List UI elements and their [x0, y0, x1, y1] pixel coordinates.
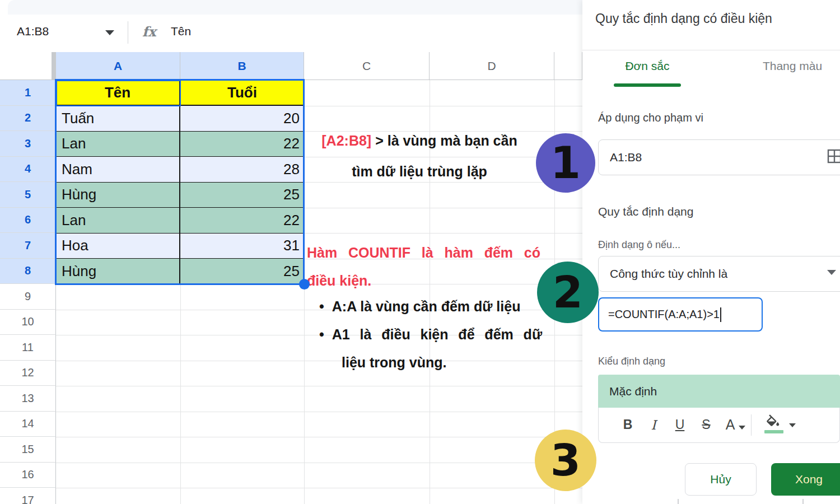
cropped-element-edge: [802, 499, 804, 504]
cell-B5[interactable]: 25: [180, 183, 304, 208]
row-header-10[interactable]: 10: [0, 310, 56, 335]
cell-A7[interactable]: Hoa: [56, 234, 180, 259]
cell-A3[interactable]: Lan: [56, 132, 180, 157]
cell-B7[interactable]: 31: [180, 234, 304, 259]
gridline-horizontal: [56, 463, 582, 463]
cell-A8[interactable]: Hùng: [56, 259, 180, 284]
row-header-16[interactable]: 16: [0, 463, 56, 488]
row-header-2[interactable]: 2: [0, 106, 56, 132]
annotation-step1: [A2:B8] > là vùng mà bạn cần tìm dữ liệu…: [305, 132, 534, 180]
gridline-horizontal: [56, 437, 582, 437]
row-header-17[interactable]: 17: [0, 488, 56, 504]
sheet-top-strip: [8, 0, 582, 15]
step-badge-2: 2: [537, 262, 599, 323]
select-range-icon[interactable]: [827, 149, 840, 164]
toolbar-divider: [751, 414, 752, 436]
cell-A6[interactable]: Lan: [56, 208, 180, 234]
fill-color-swatch: [764, 430, 783, 433]
fill-color-icon[interactable]: [764, 413, 781, 430]
row-header-8[interactable]: 8: [0, 259, 56, 284]
step-badge-3: 3: [535, 430, 596, 491]
name-box[interactable]: A1:B8: [17, 25, 49, 38]
tab-color-scale[interactable]: Thang màu: [748, 59, 837, 73]
strikethrough-button[interactable]: S: [697, 408, 716, 442]
format-toolbar: B I U S A: [598, 408, 840, 443]
row-header-14[interactable]: 14: [0, 412, 56, 437]
annotation-bullet1: •A:A là vùng cần đếm dữ liệu: [319, 298, 542, 315]
row-header-7[interactable]: 7: [0, 233, 56, 259]
corner-drag-strip: [52, 52, 56, 80]
done-button[interactable]: Xong: [771, 463, 840, 496]
row-header-3[interactable]: 3: [0, 131, 56, 157]
row-header-11[interactable]: 11: [0, 335, 56, 361]
annotation-bullet2-line1: •A1 là điều kiện để đếm dữ: [319, 326, 542, 343]
gridline-horizontal: [56, 386, 582, 386]
text-cursor: [720, 307, 721, 322]
cell-A5[interactable]: Hùng: [56, 183, 180, 208]
text-color-button[interactable]: A: [721, 408, 740, 442]
fill-handle[interactable]: [299, 279, 310, 290]
column-header-B[interactable]: B: [180, 52, 304, 80]
cell-B6[interactable]: 22: [180, 208, 304, 234]
underline-button[interactable]: U: [670, 408, 689, 442]
column-header-partial[interactable]: [554, 52, 582, 80]
row-header-5[interactable]: 5: [0, 182, 56, 208]
style-preview: Mặc định: [598, 375, 840, 408]
bullet-icon: •: [319, 326, 324, 343]
cell-B2[interactable]: 20: [180, 106, 304, 132]
annotation-bullet2-line2: liệu trong vùng.: [342, 354, 564, 371]
column-header-A[interactable]: A: [56, 52, 180, 80]
column-header-D[interactable]: D: [430, 52, 554, 80]
cell-B3[interactable]: 22: [180, 132, 304, 157]
row-header-1[interactable]: 1: [0, 80, 56, 106]
annotation-step1-line1: [A2:B8] > là vùng mà bạn cần: [305, 132, 534, 149]
style-label: Kiểu định dạng: [598, 356, 665, 367]
panel-title: Quy tắc định dạng có điều kiện: [595, 11, 772, 26]
cell-A1[interactable]: Tên: [56, 80, 180, 106]
gridline-vertical: [304, 80, 305, 504]
gridline-horizontal: [56, 488, 582, 488]
row-header-9[interactable]: 9: [0, 284, 56, 310]
panel-divider: [582, 50, 840, 50]
column-header-C[interactable]: C: [304, 52, 430, 80]
cropped-element-edge: [678, 499, 679, 504]
name-box-dropdown-icon[interactable]: [105, 30, 114, 35]
formula-input[interactable]: =COUNTIF(A:A;A1)>1: [598, 297, 763, 332]
tab-single-color[interactable]: Đơn sắc: [610, 59, 684, 73]
cell-B4[interactable]: 28: [180, 157, 304, 183]
dropdown-caret-icon: [827, 270, 836, 275]
row-header-15[interactable]: 15: [0, 437, 56, 463]
annotation-step1-line2: tìm dữ liệu trùng lặp: [305, 163, 534, 180]
text-color-caret-icon[interactable]: [739, 426, 745, 430]
row-header-13[interactable]: 13: [0, 386, 56, 412]
rules-header: Quy tắc định dạng: [598, 205, 693, 218]
cell-A4[interactable]: Nam: [56, 157, 180, 183]
annotation-range-ref: [A2:B8]: [321, 133, 371, 148]
cancel-button[interactable]: Hủy: [685, 463, 757, 496]
select-all-corner[interactable]: [0, 52, 56, 80]
condition-label: Định dạng ô nếu...: [598, 239, 680, 251]
sheets-app-window: A1:B8 fx Tên ABCD12345678910111213141516…: [0, 0, 840, 504]
annotation-step2-line2: điều kiện.: [307, 273, 371, 289]
row-header-12[interactable]: 12: [0, 361, 56, 386]
formula-bar-divider: [128, 21, 128, 44]
cell-B1[interactable]: Tuổi: [180, 80, 304, 106]
annotation-step2-line1: Hàm COUNTIF là hàm đếm có: [307, 245, 540, 261]
row-header-4[interactable]: 4: [0, 157, 56, 183]
step-badge-1: 1: [536, 133, 595, 193]
row-header-6[interactable]: 6: [0, 208, 56, 234]
cell-A2[interactable]: Tuấn: [56, 106, 180, 132]
formula-bar-input[interactable]: Tên: [171, 25, 191, 38]
cell-B8[interactable]: 25: [180, 259, 304, 284]
condition-dropdown[interactable]: Công thức tùy chỉnh là: [598, 256, 840, 292]
fx-icon: fx: [142, 24, 156, 40]
fill-color-caret-icon[interactable]: [789, 423, 796, 427]
conditional-format-panel: Quy tắc định dạng có điều kiện Đơn sắc T…: [582, 0, 840, 504]
range-input[interactable]: A1:B8: [598, 139, 840, 175]
apply-range-label: Áp dụng cho phạm vi: [598, 111, 703, 124]
italic-button[interactable]: I: [644, 408, 663, 442]
bold-button[interactable]: B: [618, 408, 637, 442]
active-tab-underline: [614, 83, 681, 87]
bullet-icon: •: [319, 298, 324, 315]
gridline-horizontal: [56, 412, 582, 412]
